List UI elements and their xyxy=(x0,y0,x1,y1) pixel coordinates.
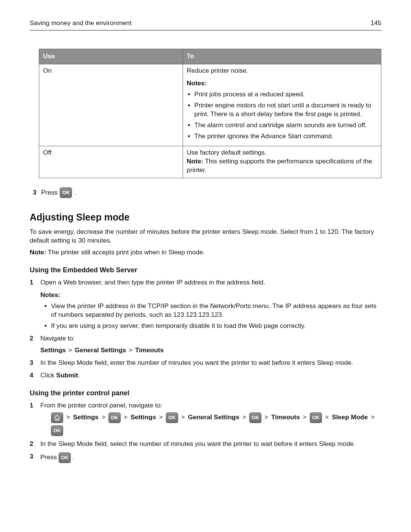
notes-list: View the printer IP address in the TCP/I… xyxy=(51,302,381,331)
list-item: View the printer IP address in the TCP/I… xyxy=(51,302,381,320)
table-row: Off Use factory default settings. Note: … xyxy=(39,146,381,178)
press-label: Press xyxy=(41,189,57,197)
settings-table: Use To On Reduce printer noise. Notes: P… xyxy=(39,49,381,178)
chevron-right-icon: > xyxy=(242,413,247,422)
step-text: Navigate to: xyxy=(40,335,75,342)
list-item: If you are using a proxy server, then te… xyxy=(51,322,381,331)
cell-use-off: Off xyxy=(39,146,183,178)
notes-label: Notes: xyxy=(40,291,381,300)
sub-heading-ews: Using the Embedded Web Server xyxy=(30,265,381,275)
list-item: Print jobs process at a reduced speed. xyxy=(194,90,377,99)
list-item: Open a Web browser, and then type the pr… xyxy=(30,278,381,331)
chevron-right-icon: > xyxy=(128,347,133,354)
notes-list: Print jobs process at a reduced speed. P… xyxy=(194,90,377,141)
ok-icon: OK xyxy=(51,425,63,436)
cell-use-on: On xyxy=(39,64,183,146)
step-text: From the printer control panel, navigate… xyxy=(40,402,162,409)
ok-icon: OK xyxy=(310,412,322,423)
period: . xyxy=(73,454,75,461)
table-header-use: Use xyxy=(39,49,183,64)
step-text: Open a Web browser, and then type the pr… xyxy=(40,279,265,286)
page-header: Saving money and the environment 145 xyxy=(30,19,381,30)
table-row: On Reduce printer noise. Notes: Print jo… xyxy=(39,64,381,146)
sub-notes: Notes: View the printer IP address in th… xyxy=(40,291,381,331)
note-bold: Note: xyxy=(187,158,203,165)
to-intro: Reduce printer noise. xyxy=(187,67,377,75)
svg-rect-0 xyxy=(57,418,58,420)
chevron-right-icon: > xyxy=(370,413,375,422)
step-text: In the Sleep Mode field, select the numb… xyxy=(40,440,355,447)
list-item: Printer engine motors do not start until… xyxy=(194,101,377,119)
nav-breadcrumb: > Settings > OK > Settings > OK > Genera… xyxy=(51,412,381,436)
ok-icon: OK xyxy=(60,187,72,198)
list-item: Click Submit. xyxy=(30,371,381,380)
list-item: The alarm control and cartridge alarm so… xyxy=(194,121,377,130)
nav-path: Settings > General Settings > Timeouts xyxy=(40,346,381,355)
chevron-right-icon: > xyxy=(324,413,330,422)
step-number: 3 xyxy=(30,189,37,197)
note-rest: The printer still accepts print jobs whe… xyxy=(46,249,204,256)
press-label: Press xyxy=(40,454,59,461)
ok-icon: OK xyxy=(108,412,121,423)
ews-steps: Open a Web browser, and then type the pr… xyxy=(30,278,381,380)
nav-timeouts: Timeouts xyxy=(271,413,300,422)
home-icon xyxy=(51,412,63,423)
step-pre: Click xyxy=(40,372,56,379)
chevron-right-icon: > xyxy=(65,413,71,422)
to-intro: Use factory default settings. xyxy=(187,149,377,157)
period: . xyxy=(74,189,76,197)
list-item: Press OK . xyxy=(30,452,381,463)
step-text: In the Sleep Mode field, enter the numbe… xyxy=(40,359,353,366)
chevron-right-icon: > xyxy=(101,413,106,422)
note-line: Note: This setting supports the performa… xyxy=(187,157,377,175)
nav-general-settings: General Settings xyxy=(188,413,239,422)
page: Saving money and the environment 145 Use… xyxy=(0,0,411,532)
list-item: The printer ignores the Advance Start co… xyxy=(194,132,377,141)
chevron-right-icon: > xyxy=(302,413,307,422)
nav-settings: Settings xyxy=(73,413,99,422)
cell-to-on: Reduce printer noise. Notes: Print jobs … xyxy=(183,64,381,146)
nav-general-settings: General Settings xyxy=(75,347,126,354)
ok-icon: OK xyxy=(166,412,178,423)
list-item: In the Sleep Mode field, enter the numbe… xyxy=(30,359,381,367)
page-number: 145 xyxy=(371,19,381,28)
cell-to-off: Use factory default settings. Note: This… xyxy=(183,146,381,178)
nav-settings: Settings xyxy=(131,413,156,422)
chevron-right-icon: > xyxy=(264,413,269,422)
chevron-right-icon: > xyxy=(68,347,73,354)
step-post: . xyxy=(78,372,80,379)
notes-label: Notes: xyxy=(187,79,377,88)
section-note: Note: The printer still accepts print jo… xyxy=(30,248,381,257)
nav-timeouts: Timeouts xyxy=(135,347,164,354)
nav-settings: Settings xyxy=(40,347,66,354)
list-item: In the Sleep Mode field, select the numb… xyxy=(30,440,381,449)
header-title: Saving money and the environment xyxy=(30,19,131,28)
chevron-right-icon: > xyxy=(123,413,128,422)
note-bold: Note: xyxy=(30,249,46,256)
table-header-to: To xyxy=(183,49,381,64)
list-item: From the printer control panel, navigate… xyxy=(30,401,381,436)
step-press-ok: 3 Press OK . xyxy=(30,187,381,198)
ok-icon: OK xyxy=(59,452,71,463)
submit-label: Submit xyxy=(56,372,78,379)
section-body: To save energy, decrease the number of m… xyxy=(30,228,381,245)
section-heading: Adjusting Sleep mode xyxy=(30,211,381,224)
chevron-right-icon: > xyxy=(158,413,164,422)
chevron-right-icon: > xyxy=(180,413,186,422)
nav-sleep-mode: Sleep Mode xyxy=(332,413,368,422)
ok-icon: OK xyxy=(249,412,261,423)
panel-steps: From the printer control panel, navigate… xyxy=(30,401,381,463)
list-item: Navigate to: Settings > General Settings… xyxy=(30,334,381,355)
sub-heading-panel: Using the printer control panel xyxy=(30,388,381,398)
note-rest: This setting supports the performance sp… xyxy=(187,158,372,174)
